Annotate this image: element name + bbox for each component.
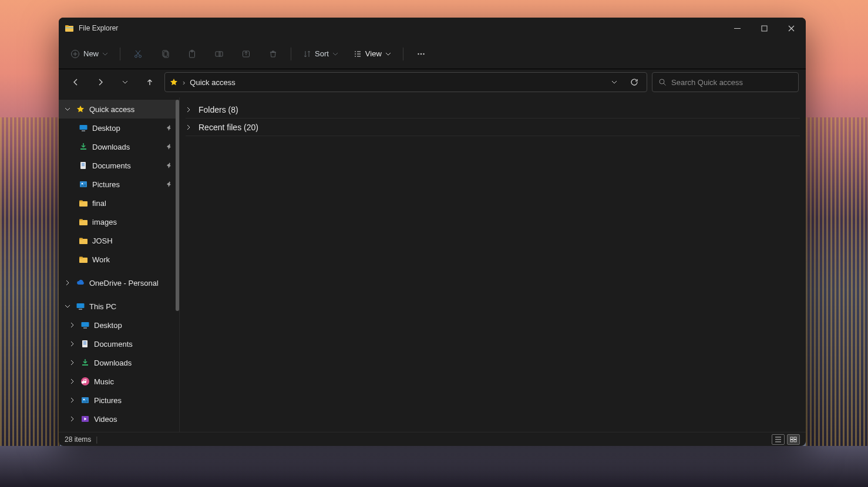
recent-locations-button[interactable] — [115, 72, 135, 92]
sidebar-item-label: Quick access — [89, 105, 134, 114]
svg-rect-33 — [79, 238, 83, 240]
address-dropdown[interactable] — [607, 79, 622, 85]
svg-rect-25 — [82, 165, 85, 166]
content-area[interactable]: Folders (8) Recent files (20) — [180, 97, 806, 432]
this-pc-icon — [76, 302, 85, 311]
nav-row: › Quick access — [59, 69, 806, 97]
pin-icon — [166, 143, 173, 150]
documents-icon — [79, 161, 88, 170]
delete-button[interactable] — [263, 43, 284, 65]
refresh-button[interactable] — [627, 78, 642, 86]
more-icon — [416, 49, 426, 59]
cut-button[interactable] — [127, 43, 149, 65]
svg-point-16 — [420, 53, 422, 54]
sidebar-item-label: This PC — [89, 302, 116, 311]
copy-button[interactable] — [154, 43, 176, 65]
sidebar-item-pictures[interactable]: Pictures — [59, 175, 179, 194]
svg-point-27 — [82, 183, 83, 185]
chevron-down-icon[interactable] — [63, 303, 72, 309]
status-item-count: 28 items — [65, 435, 91, 444]
svg-rect-44 — [82, 364, 88, 366]
app-icon — [65, 23, 74, 33]
rename-button[interactable] — [208, 43, 230, 65]
svg-rect-20 — [82, 130, 85, 131]
sidebar-item-label: Videos — [94, 415, 117, 424]
desktop-icon — [80, 320, 90, 330]
svg-rect-3 — [734, 28, 741, 29]
chevron-right-icon[interactable] — [68, 360, 76, 366]
sidebar-item-downloads[interactable]: Downloads — [59, 137, 179, 156]
sidebar-pc-music[interactable]: Music — [59, 372, 179, 391]
sidebar-this-pc[interactable]: This PC — [59, 297, 179, 316]
maximize-button[interactable] — [751, 19, 778, 38]
chevron-right-icon[interactable] — [186, 124, 194, 130]
chevron-right-icon[interactable] — [63, 280, 72, 286]
search-input[interactable] — [671, 78, 792, 87]
address-bar[interactable]: › Quick access — [164, 72, 647, 92]
navigation-pane[interactable]: Quick access Desktop Downloads Documents… — [59, 97, 180, 432]
chevron-right-icon[interactable] — [186, 107, 194, 113]
list-icon — [775, 437, 782, 442]
view-button[interactable]: View — [349, 43, 396, 65]
svg-rect-1 — [65, 25, 69, 27]
group-folders[interactable]: Folders (8) — [186, 102, 800, 119]
svg-rect-35 — [79, 257, 83, 259]
music-icon — [80, 377, 90, 386]
svg-rect-12 — [216, 52, 220, 56]
back-button[interactable] — [66, 72, 86, 92]
sidebar-item-images[interactable]: images — [59, 212, 179, 231]
sidebar-item-work[interactable]: Work — [59, 250, 179, 269]
svg-rect-13 — [219, 52, 223, 56]
sidebar-pc-pictures[interactable]: Pictures — [59, 391, 179, 410]
folder-icon — [79, 255, 88, 264]
sidebar-item-josh[interactable]: JOSH — [59, 231, 179, 250]
search-box[interactable] — [652, 72, 799, 92]
sidebar-item-label: OneDrive - Personal — [89, 279, 159, 288]
view-button-label: View — [365, 49, 382, 58]
wallpaper-right — [806, 117, 868, 446]
titlebar[interactable]: File Explorer — [59, 18, 806, 39]
folder-icon — [79, 236, 88, 245]
share-button[interactable] — [235, 43, 257, 65]
sidebar-item-desktop[interactable]: Desktop — [59, 119, 179, 137]
sidebar-pc-desktop[interactable]: Desktop — [59, 316, 179, 334]
desktop-icon — [79, 123, 88, 133]
breadcrumb-location[interactable]: Quick access — [190, 78, 235, 87]
new-button[interactable]: New — [66, 43, 113, 65]
close-button[interactable] — [778, 19, 805, 38]
chevron-right-icon[interactable] — [68, 378, 76, 384]
folder-icon — [79, 217, 88, 226]
file-explorer-window: File Explorer New — [59, 18, 806, 446]
sidebar-item-final[interactable]: final — [59, 194, 179, 212]
chevron-right-icon[interactable] — [68, 322, 76, 328]
chevron-right-icon[interactable] — [68, 341, 76, 347]
paste-button[interactable] — [181, 43, 203, 65]
sort-button[interactable]: Sort — [298, 43, 343, 65]
large-icons-view-button[interactable] — [787, 434, 800, 445]
chevron-down-icon[interactable] — [63, 106, 72, 112]
pin-icon — [166, 162, 173, 169]
sidebar-pc-documents[interactable]: Documents — [59, 334, 179, 353]
sort-button-label: Sort — [315, 49, 329, 58]
sidebar-pc-downloads[interactable]: Downloads — [59, 353, 179, 372]
forward-button[interactable] — [90, 72, 110, 92]
group-recent-files[interactable]: Recent files (20) — [186, 120, 800, 136]
svg-point-15 — [418, 53, 419, 54]
sidebar-quick-access[interactable]: Quick access — [59, 100, 179, 119]
sidebar-onedrive[interactable]: OneDrive - Personal — [59, 273, 179, 292]
separator — [120, 48, 120, 60]
svg-rect-37 — [79, 309, 82, 310]
sidebar-item-label: Desktop — [94, 321, 122, 330]
sidebar-item-documents[interactable]: Documents — [59, 156, 179, 175]
view-icon — [354, 50, 362, 58]
sidebar-scrollbar[interactable] — [176, 100, 179, 311]
sidebar-pc-videos[interactable]: Videos — [59, 410, 179, 428]
details-view-button[interactable] — [772, 434, 785, 445]
minimize-button[interactable] — [724, 19, 751, 38]
svg-rect-4 — [762, 26, 767, 31]
chevron-right-icon[interactable] — [68, 397, 76, 403]
chevron-right-icon[interactable] — [68, 416, 76, 422]
svg-rect-50 — [794, 437, 796, 439]
more-button[interactable] — [411, 43, 432, 65]
up-button[interactable] — [140, 72, 160, 92]
